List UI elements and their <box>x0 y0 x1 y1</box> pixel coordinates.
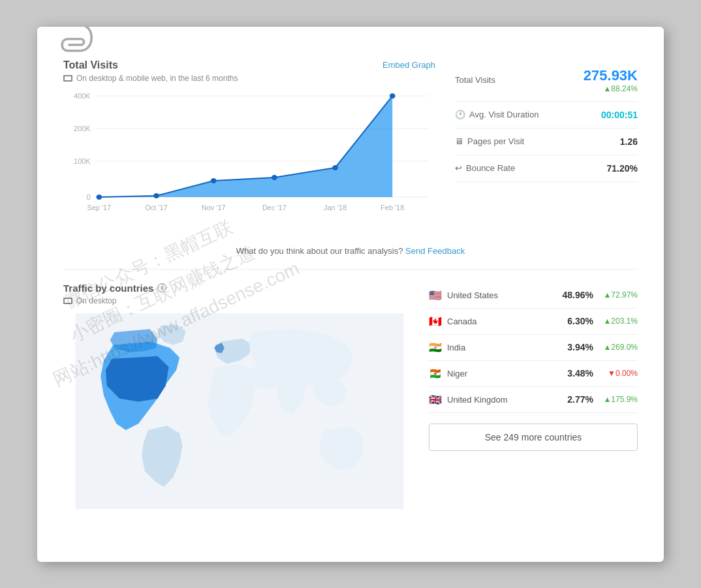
svg-text:Feb '18: Feb '18 <box>381 204 404 211</box>
svg-text:0: 0 <box>87 194 91 200</box>
country-change: ▲175.9% <box>599 395 638 404</box>
bounce-value: 71.20% <box>607 163 638 174</box>
world-map <box>63 313 416 509</box>
world-map-area: Traffic by countries i On desktop <box>63 283 416 509</box>
country-change: ▲72.97% <box>599 290 638 300</box>
traffic-section-subtitle: On desktop <box>63 296 416 305</box>
country-flag: 🇳🇪 <box>429 367 442 380</box>
country-percentage: 3.48% <box>561 368 593 379</box>
svg-marker-8 <box>99 96 392 197</box>
stats-panel: Total Visits 275.93K ▲88.24% 🕐 Avg. Visi… <box>455 59 638 220</box>
country-row: 🇮🇳 India 3.94% ▲269.0% <box>429 335 638 361</box>
feedback-bar: What do you think about our traffic anal… <box>63 240 638 270</box>
svg-point-12 <box>272 175 277 180</box>
svg-text:Jan '18: Jan '18 <box>324 204 347 211</box>
svg-text:Sep '17: Sep '17 <box>87 204 111 211</box>
country-row: 🇨🇦 Canada 6.30% ▲203.1% <box>429 309 638 335</box>
country-row: 🇬🇧 United Kingdom 2.77% ▲175.9% <box>429 387 638 413</box>
country-flag: 🇨🇦 <box>429 315 442 328</box>
traffic-section: Traffic by countries i On desktop <box>63 283 638 509</box>
svg-point-10 <box>153 193 159 198</box>
avg-duration-value: 00:00:51 <box>601 110 638 120</box>
desktop-icon2 <box>63 298 72 304</box>
country-list-panel: 🇺🇸 United States 48.96% ▲72.97% 🇨🇦 Canad… <box>429 283 638 509</box>
svg-text:200K: 200K <box>74 125 91 132</box>
country-row: 🇺🇸 United States 48.96% ▲72.97% <box>429 283 638 309</box>
see-more-countries-button[interactable]: See 249 more countries <box>429 424 638 451</box>
pages-per-visit-row: 🖥 Pages per Visit 1.26 <box>455 129 638 155</box>
country-name: India <box>447 343 465 352</box>
svg-text:400K: 400K <box>74 93 91 99</box>
country-percentage: 2.77% <box>561 394 593 405</box>
visits-chart: 400K 200K 100K 0 <box>63 89 435 220</box>
svg-point-13 <box>332 165 338 170</box>
avg-duration-row: 🕐 Avg. Visit Duration 00:00:51 <box>455 102 638 129</box>
country-change: ▼0.00% <box>599 369 638 378</box>
country-name: Niger <box>447 369 467 379</box>
country-row: 🇳🇪 Niger 3.48% ▼0.00% <box>429 361 638 387</box>
country-change: ▲203.1% <box>599 317 638 326</box>
bounce-icon: ↩ <box>455 163 462 173</box>
total-visits-row: Total Visits 275.93K ▲88.24% <box>455 59 638 102</box>
total-visits-label: Total Visits <box>455 75 495 85</box>
bounce-label: ↩ Bounce Rate <box>455 163 515 173</box>
country-flag: 🇮🇳 <box>429 341 442 354</box>
avg-duration-label: 🕐 Avg. Visit Duration <box>455 110 538 119</box>
country-name: United States <box>447 290 498 300</box>
country-percentage: 3.94% <box>561 342 593 352</box>
pages-label: 🖥 Pages per Visit <box>455 136 524 146</box>
total-visits-change: ▲88.24% <box>584 84 638 93</box>
info-icon[interactable]: i <box>157 283 166 292</box>
svg-point-9 <box>96 194 102 200</box>
svg-text:100K: 100K <box>74 158 91 164</box>
country-percentage: 6.30% <box>561 316 593 326</box>
svg-text:Oct '17: Oct '17 <box>145 204 168 211</box>
svg-text:Dec '17: Dec '17 <box>262 204 287 211</box>
bounce-rate-row: ↩ Bounce Rate 71.20% <box>455 155 638 182</box>
country-change: ▲269.0% <box>599 343 638 352</box>
send-feedback-link[interactable]: Send Feedback <box>405 246 465 256</box>
svg-point-11 <box>211 178 217 183</box>
chart-area: Total Visits Embed Graph On desktop & mo… <box>63 59 435 220</box>
country-flag: 🇺🇸 <box>429 289 442 302</box>
svg-text:Nov '17: Nov '17 <box>202 204 226 211</box>
country-name: Canada <box>447 317 477 326</box>
country-percentage: 48.96% <box>561 290 593 300</box>
country-flag: 🇬🇧 <box>429 394 442 406</box>
chart-subtitle: On desktop & mobile web, in the last 6 m… <box>63 74 435 83</box>
country-name: United Kingdom <box>447 395 508 405</box>
clock-icon: 🕐 <box>455 110 465 119</box>
svg-point-14 <box>390 93 396 99</box>
total-visits-value: 275.93K <box>584 67 638 84</box>
traffic-section-title: Traffic by countries i <box>63 283 416 294</box>
embed-graph-link[interactable]: Embed Graph <box>382 60 435 70</box>
pages-value: 1.26 <box>620 136 638 147</box>
pages-icon: 🖥 <box>455 136 463 146</box>
